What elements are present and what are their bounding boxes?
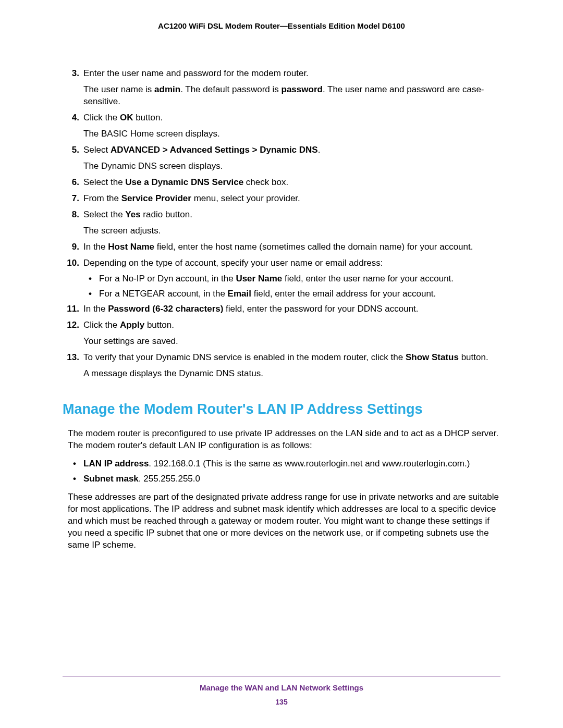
text-run: The user name is <box>83 84 154 94</box>
procedure-step: 10.Depending on the type of account, spe… <box>83 257 500 301</box>
text-run: ADVANCED > Advanced Settings > Dynamic D… <box>111 145 318 155</box>
text-run: Apply <box>120 320 144 330</box>
text-run: admin <box>154 84 180 94</box>
procedure-step: 3.Enter the user name and password for t… <box>83 68 500 108</box>
step-body: Select the Yes radio button.The screen a… <box>83 209 500 237</box>
step-line: To verify that your Dynamic DNS service … <box>83 352 500 364</box>
footer-chapter-title: Manage the WAN and LAN Network Settings <box>63 683 500 693</box>
text-run: The BASIC Home screen displays. <box>83 129 220 139</box>
step-line: Select the Yes radio button. <box>83 209 500 221</box>
step-body: In the Host Name field, enter the host n… <box>83 241 500 253</box>
text-run: User Name <box>236 274 282 283</box>
text-run: Your settings are saved. <box>83 336 178 346</box>
text-run: Service Provider <box>121 193 191 203</box>
text-run: LAN IP address <box>83 459 149 468</box>
text-run: password <box>282 84 323 94</box>
step-number: 11. <box>63 303 79 315</box>
text-run: radio button. <box>141 209 192 219</box>
text-run: Host Name <box>108 242 154 252</box>
text-run: check box. <box>243 177 288 187</box>
step-sub-bullets: For a No-IP or Dyn account, in the User … <box>83 273 500 300</box>
main-content: 3.Enter the user name and password for t… <box>63 68 500 551</box>
step-body: Select the Use a Dynamic DNS Service che… <box>83 177 500 189</box>
step-body: Click the OK button.The BASIC Home scree… <box>83 112 500 140</box>
step-number: 8. <box>63 209 79 221</box>
text-run: button. <box>144 320 174 330</box>
step-line: In the Password (6-32 characters) field,… <box>83 303 500 315</box>
text-run: field, enter the email address for your … <box>251 289 436 299</box>
text-run: In the <box>83 304 108 314</box>
text-run: For a No-IP or Dyn account, in the <box>99 274 236 283</box>
step-number: 10. <box>63 257 79 269</box>
step-number: 3. <box>63 68 79 80</box>
step-line: Click the Apply button. <box>83 319 500 331</box>
text-run: Enter the user name and password for the… <box>83 68 309 78</box>
step-line: Select ADVANCED > Advanced Settings > Dy… <box>83 144 500 156</box>
step-number: 5. <box>63 144 79 156</box>
sub-bullet-item: For a NETGEAR account, in the Email fiel… <box>99 288 500 300</box>
text-run: OK <box>120 113 133 122</box>
step-body: To verify that your Dynamic DNS service … <box>83 352 500 380</box>
procedure-step: 8.Select the Yes radio button.The screen… <box>83 209 500 237</box>
step-line: The screen adjusts. <box>83 225 500 237</box>
procedure-step: 11.In the Password (6-32 characters) fie… <box>83 303 500 315</box>
procedure-step: 6.Select the Use a Dynamic DNS Service c… <box>83 177 500 189</box>
text-run: The Dynamic DNS screen displays. <box>83 161 223 171</box>
step-line: Click the OK button. <box>83 112 500 124</box>
text-run: Show Status <box>406 352 459 362</box>
step-line: Depending on the type of account, specif… <box>83 257 500 269</box>
step-line: The Dynamic DNS screen displays. <box>83 161 500 172</box>
step-body: From the Service Provider menu, select y… <box>83 193 500 205</box>
text-run: Yes <box>125 209 140 219</box>
text-run: Depending on the type of account, specif… <box>83 258 383 268</box>
text-run: Subnet mask <box>83 474 139 484</box>
step-line: In the Host Name field, enter the host n… <box>83 241 500 253</box>
step-number: 9. <box>63 241 79 253</box>
procedure-step: 13.To verify that your Dynamic DNS servi… <box>83 352 500 380</box>
section-bullet-item: Subnet mask. 255.255.255.0 <box>83 473 500 485</box>
section-paragraph: The modem router is preconfigured to use… <box>63 428 500 452</box>
text-run: menu, select your provider. <box>191 193 300 203</box>
text-run: Select <box>83 145 111 155</box>
procedure-steps: 3.Enter the user name and password for t… <box>63 68 500 380</box>
section-heading: Manage the Modem Router's LAN IP Address… <box>63 400 500 418</box>
step-line: Enter the user name and password for the… <box>83 68 500 80</box>
step-body: Select ADVANCED > Advanced Settings > Dy… <box>83 144 500 172</box>
text-run: Click the <box>83 113 120 122</box>
text-run: button. <box>133 113 163 122</box>
step-line: The user name is admin. The default pass… <box>83 84 500 108</box>
page-footer: Manage the WAN and LAN Network Settings … <box>63 671 500 707</box>
step-number: 4. <box>63 112 79 124</box>
text-run: In the <box>83 242 108 252</box>
text-run: For a NETGEAR account, in the <box>99 289 228 299</box>
step-line: Your settings are saved. <box>83 336 500 348</box>
text-run: . <box>318 145 321 155</box>
text-run: Click the <box>83 320 120 330</box>
text-run: To verify that your Dynamic DNS service … <box>83 352 406 362</box>
text-run: . The default password is <box>180 84 281 94</box>
text-run: field, enter the password for your DDNS … <box>223 304 418 314</box>
step-number: 13. <box>63 352 79 364</box>
text-run: . 255.255.255.0 <box>139 474 200 484</box>
text-run: The screen adjusts. <box>83 226 161 236</box>
section-bullet-item: LAN IP address. 192.168.0.1 (This is the… <box>83 458 500 470</box>
text-run: Email <box>228 289 251 299</box>
step-number: 6. <box>63 177 79 189</box>
procedure-step: 12.Click the Apply button.Your settings … <box>83 319 500 348</box>
step-body: Depending on the type of account, specif… <box>83 257 500 301</box>
step-number: 12. <box>63 319 79 331</box>
document-page: AC1200 WiFi DSL Modem Router—Essentials … <box>0 0 563 728</box>
step-number: 7. <box>63 193 79 205</box>
text-run: Password (6-32 characters) <box>108 304 223 314</box>
step-body: Enter the user name and password for the… <box>83 68 500 108</box>
page-header-title: AC1200 WiFi DSL Modem Router—Essentials … <box>63 21 500 31</box>
step-line: Select the Use a Dynamic DNS Service che… <box>83 177 500 189</box>
procedure-step: 9.In the Host Name field, enter the host… <box>83 241 500 253</box>
sub-bullet-item: For a No-IP or Dyn account, in the User … <box>99 273 500 285</box>
step-line: From the Service Provider menu, select y… <box>83 193 500 205</box>
footer-divider <box>63 676 500 676</box>
step-body: Click the Apply button.Your settings are… <box>83 319 500 348</box>
text-run: . 192.168.0.1 (This is the same as www.r… <box>149 459 470 468</box>
footer-page-number: 135 <box>63 697 500 707</box>
procedure-step: 7.From the Service Provider menu, select… <box>83 193 500 205</box>
